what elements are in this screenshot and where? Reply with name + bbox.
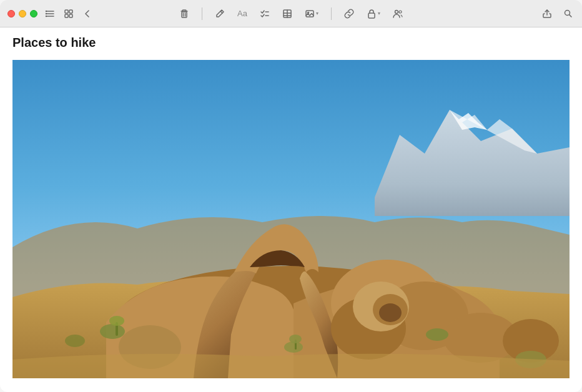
svg-point-45 [65, 335, 85, 347]
svg-point-24 [399, 11, 402, 13]
search-icon [563, 9, 573, 19]
lock-icon [367, 9, 377, 19]
svg-point-23 [395, 10, 398, 13]
note-title[interactable]: Places to hike [12, 35, 570, 50]
note-image-container [12, 56, 570, 382]
share-icon [542, 9, 552, 19]
right-toolbar [541, 7, 575, 20]
svg-point-25 [565, 10, 570, 15]
note-content: Places to hike [0, 27, 582, 392]
svg-rect-9 [69, 14, 72, 17]
svg-point-3 [46, 11, 47, 11]
delete-button[interactable] [178, 7, 190, 20]
svg-point-21 [307, 12, 308, 13]
image-icon [305, 9, 315, 19]
svg-point-41 [100, 324, 125, 339]
svg-point-4 [46, 13, 47, 14]
svg-line-26 [570, 14, 571, 16]
svg-rect-10 [182, 12, 187, 17]
traffic-lights [7, 10, 37, 17]
toolbar-separator-2 [331, 7, 332, 20]
share-button[interactable] [541, 7, 553, 20]
svg-point-42 [284, 341, 303, 353]
svg-rect-8 [65, 14, 68, 17]
search-button[interactable] [562, 7, 575, 20]
grid-icon [64, 9, 74, 19]
toolbar-separator-1 [202, 7, 202, 20]
link-icon [344, 9, 354, 19]
table-button[interactable] [281, 7, 293, 20]
svg-point-5 [46, 16, 47, 16]
checklist-icon [260, 9, 270, 19]
svg-line-13 [220, 11, 222, 13]
grid-view-button[interactable] [62, 7, 75, 20]
svg-point-47 [109, 316, 124, 326]
lock-button[interactable]: ▾ [365, 7, 382, 20]
font-label: Aa [237, 9, 247, 18]
titlebar: Aa ▾ [0, 0, 582, 27]
link-button[interactable] [343, 7, 355, 20]
minimize-button[interactable] [19, 10, 26, 17]
font-button[interactable]: Aa [236, 7, 249, 19]
list-view-button[interactable] [44, 7, 56, 20]
svg-point-43 [426, 328, 448, 341]
landscape-image [12, 56, 570, 382]
lock-dropdown-icon: ▾ [378, 11, 380, 16]
list-icon [45, 9, 55, 19]
compose-button[interactable] [214, 7, 226, 20]
close-button[interactable] [7, 10, 15, 17]
image-dropdown-icon: ▾ [316, 11, 318, 16]
back-button[interactable] [81, 7, 94, 20]
center-toolbar: Aa ▾ [178, 7, 404, 20]
back-icon [82, 9, 92, 19]
svg-point-37 [379, 303, 402, 322]
maximize-button[interactable] [30, 10, 37, 17]
checklist-button[interactable] [259, 7, 271, 20]
collaborate-button[interactable] [392, 7, 404, 20]
svg-rect-6 [65, 10, 68, 13]
svg-rect-7 [69, 10, 72, 13]
svg-rect-22 [368, 13, 375, 18]
image-button[interactable]: ▾ [303, 7, 320, 20]
trash-icon [179, 9, 189, 19]
svg-point-49 [289, 335, 302, 343]
collaborate-icon [393, 9, 403, 19]
table-icon [282, 9, 292, 19]
left-controls [44, 7, 94, 20]
compose-icon [215, 9, 225, 19]
